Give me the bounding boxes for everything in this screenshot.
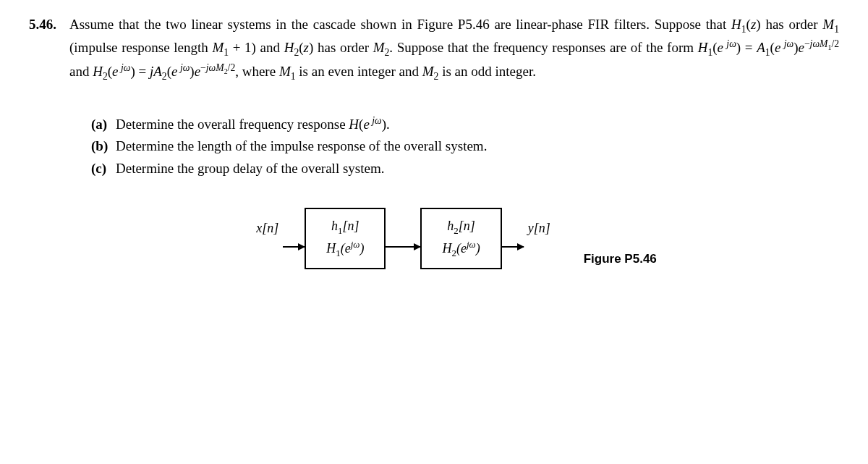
subpart-b-label: (b) bbox=[91, 136, 116, 157]
subpart-b: (b) Determine the length of the impulse … bbox=[91, 136, 839, 157]
subpart-c: (c) Determine the group delay of the ove… bbox=[91, 159, 839, 180]
problem-body: Assume that the two linear systems in th… bbox=[69, 14, 839, 269]
problem-container: 5.46. Assume that the two linear systems… bbox=[29, 14, 839, 269]
problem-number: 5.46. bbox=[29, 14, 69, 35]
subpart-c-label: (c) bbox=[91, 159, 116, 180]
subpart-b-text: Determine the length of the impulse resp… bbox=[116, 136, 487, 157]
block2-impulse: h2[n] bbox=[442, 216, 480, 237]
figure-caption: Figure P5.46 bbox=[584, 250, 657, 269]
arrow-icon bbox=[502, 246, 524, 248]
block1-freq: H1(ejω) bbox=[326, 237, 364, 260]
subpart-a: (a) Determine the overall frequency resp… bbox=[91, 114, 839, 135]
problem-statement: Assume that the two linear systems in th… bbox=[69, 14, 839, 85]
arrow-icon bbox=[283, 246, 305, 248]
block2-freq: H2(ejω) bbox=[442, 237, 480, 260]
subpart-a-text: Determine the overall frequency response… bbox=[116, 114, 390, 135]
arrow-icon bbox=[386, 246, 420, 248]
subpart-c-text: Determine the group delay of the overall… bbox=[116, 159, 384, 180]
figure-diagram: x[n] h1[n] H1(ejω) h2[n] H2(ejω) y[n] Fi… bbox=[69, 208, 839, 269]
input-signal-label: x[n] bbox=[256, 219, 278, 238]
subparts-list: (a) Determine the overall frequency resp… bbox=[91, 114, 839, 180]
output-signal-label: y[n] bbox=[528, 219, 550, 238]
system-block-2: h2[n] H2(ejω) bbox=[420, 208, 501, 269]
system-block-1: h1[n] H1(ejω) bbox=[305, 208, 386, 269]
block1-impulse: h1[n] bbox=[326, 216, 364, 237]
subpart-a-label: (a) bbox=[91, 114, 116, 135]
